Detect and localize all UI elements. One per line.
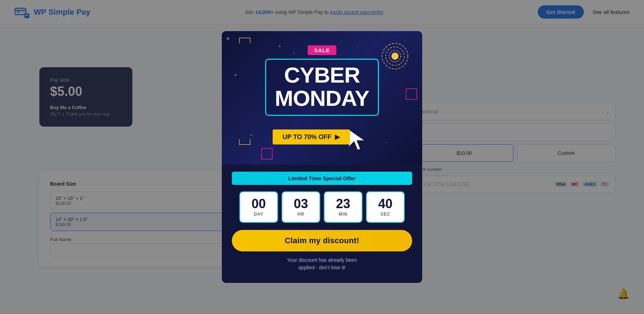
countdown-min-label: MIN [339,212,348,217]
discount-applied-text: Your discount has already been applied -… [232,256,412,271]
countdown-min-value: 23 [336,197,350,210]
discount-ribbon: UP TO 70% OFF ▶ [273,129,350,144]
countdown-sec: 40 SEC [366,191,405,223]
cyber-monday-line1: CYBER [275,63,369,87]
countdown-day-value: 00 [252,197,266,210]
countdown-day: 00 DAY [239,191,278,223]
cyber-monday-line2: MONDAY [275,87,369,110]
modal-close-button[interactable]: × [226,35,230,42]
discount-text: UP TO 70% OFF [283,133,331,141]
countdown-hr: 03 HR [282,191,320,223]
svg-marker-9 [349,130,364,149]
promo-modal: × [222,31,422,283]
countdown-day-label: DAY [254,212,263,217]
modal-overlay: × [0,0,644,314]
countdown-sec-value: 40 [378,197,392,210]
countdown-min: 23 MIN [324,191,362,223]
sale-badge: SALE [308,45,336,55]
svg-point-8 [391,53,399,60]
modal-hero: SALE CYBER MONDAY UP TO 70% OFF ▶ [222,31,422,165]
countdown-hr-label: HR [297,212,304,217]
claim-discount-button[interactable]: Claim my discount! [232,230,412,251]
special-offer-bar: Limited Time Special Offer [232,172,412,185]
bullseye-icon [381,42,409,72]
modal-body: Limited Time Special Offer 00 DAY 03 HR … [222,172,422,271]
cursor-icon [346,127,371,154]
countdown-hr-value: 03 [294,197,308,210]
countdown-sec-label: SEC [380,212,390,217]
arrow-right-icon: ▶ [335,133,340,141]
cyber-monday-box: CYBER MONDAY [265,59,379,116]
countdown-row: 00 DAY 03 HR 23 MIN 40 SEC [232,191,412,223]
